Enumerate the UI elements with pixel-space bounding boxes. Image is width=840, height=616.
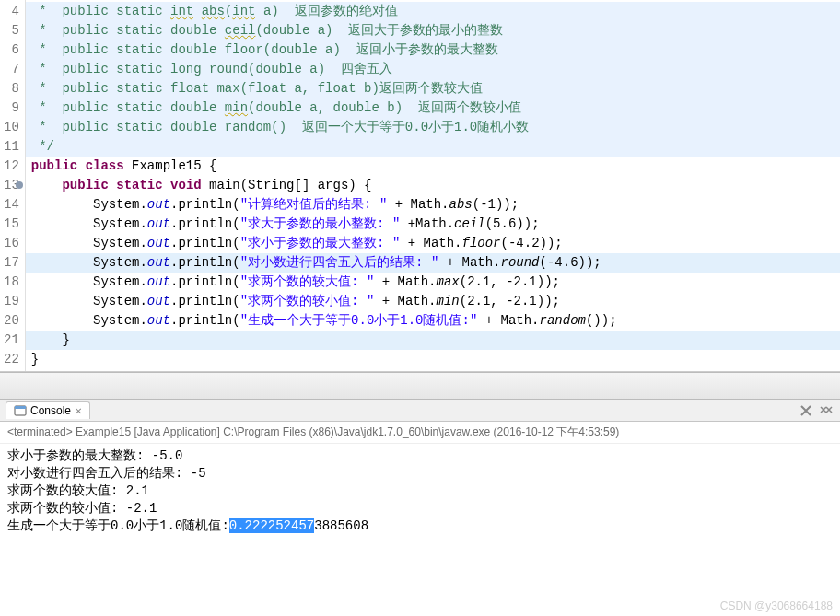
code-line[interactable]: * public static double random() 返回一个大于等于… (26, 118, 840, 137)
remove-launch-icon[interactable] (798, 402, 814, 419)
line-number: 16 (4, 234, 19, 253)
line-number: 11 (4, 137, 19, 157)
code-line[interactable]: * public static double min(double a, dou… (26, 99, 840, 118)
code-line[interactable]: System.out.println("生成一个大于等于0.0小于1.0随机值:… (26, 311, 840, 331)
line-number: 18 (4, 273, 19, 292)
code-line[interactable]: } (26, 331, 840, 350)
line-number-gutter: 45678910111213141516171819202122 (0, 0, 26, 371)
console-line[interactable]: 求两个数的较小值: -2.1 (7, 500, 833, 517)
console-line[interactable]: 生成一个大于等于0.0小于1.0随机值:0.2222524573885608 (7, 517, 833, 535)
line-number: 7 (4, 60, 19, 79)
console-line[interactable]: 求小于参数的最大整数: -5.0 (7, 447, 833, 465)
line-number: 4 (4, 2, 19, 21)
code-line[interactable]: */ (26, 137, 840, 157)
code-line[interactable]: * public static float max(float a, float… (26, 79, 840, 99)
console-output[interactable]: 求小于参数的最大整数: -5.0对小数进行四舍五入后的结果: -5求两个数的较大… (0, 444, 840, 539)
console-line[interactable]: 对小数进行四舍五入后的结果: -5 (7, 465, 833, 482)
console-icon (14, 404, 27, 417)
code-content[interactable]: * public static int abs(int a) 返回参数的绝对值 … (26, 0, 840, 371)
line-number: 10 (4, 118, 19, 137)
watermark: CSDN @y3068664188 (720, 599, 833, 612)
fold-marker-icon[interactable] (16, 181, 23, 189)
line-number: 9 (4, 99, 19, 118)
line-number: 19 (4, 292, 19, 311)
line-number: 22 (4, 350, 19, 369)
code-line[interactable]: public static void main(String[] args) { (26, 176, 840, 195)
line-number: 13 (4, 176, 19, 195)
console-tab-label: Console (30, 404, 71, 417)
line-number: 21 (4, 331, 19, 350)
line-number: 5 (4, 21, 19, 41)
line-number: 20 (4, 311, 19, 331)
line-number: 14 (4, 195, 19, 215)
console-panel: Console ✕ <terminated> Example15 [Java A… (0, 400, 840, 616)
code-line[interactable]: System.out.println("计算绝对值后的结果: " + Math.… (26, 195, 840, 215)
console-tabbar: Console ✕ (0, 400, 840, 422)
svg-rect-1 (15, 406, 26, 409)
code-line[interactable]: } (26, 350, 840, 369)
code-line[interactable]: * public static int abs(int a) 返回参数的绝对值 (26, 2, 840, 21)
code-line[interactable]: System.out.println("求两个数的较大值: " + Math.m… (26, 273, 840, 292)
code-line[interactable]: System.out.println("对小数进行四舍五入后的结果: " + M… (26, 253, 840, 273)
line-number: 12 (4, 157, 19, 176)
line-number: 6 (4, 41, 19, 60)
line-number: 17 (4, 253, 19, 273)
code-line[interactable]: System.out.println("求小于参数的最大整数: " + Math… (26, 234, 840, 253)
console-process-header: <terminated> Example15 [Java Application… (0, 422, 840, 444)
close-icon[interactable]: ✕ (75, 406, 82, 416)
remove-all-terminated-icon[interactable] (818, 402, 834, 419)
code-line[interactable]: System.out.println("求两个数的较小值: " + Math.m… (26, 292, 840, 311)
code-line[interactable]: * public static double ceil(double a) 返回… (26, 21, 840, 41)
code-line[interactable]: * public static long round(double a) 四舍五… (26, 60, 840, 79)
line-number: 8 (4, 79, 19, 99)
code-editor[interactable]: 45678910111213141516171819202122 * publi… (0, 0, 840, 372)
code-line[interactable]: System.out.println("求大于参数的最小整数: " +Math.… (26, 215, 840, 234)
code-line[interactable]: public class Example15 { (26, 157, 840, 176)
console-tab[interactable]: Console ✕ (6, 401, 90, 419)
console-line[interactable]: 求两个数的较大值: 2.1 (7, 482, 833, 500)
line-number: 15 (4, 215, 19, 234)
panel-divider[interactable] (0, 372, 840, 400)
code-line[interactable]: * public static double floor(double a) 返… (26, 41, 840, 60)
